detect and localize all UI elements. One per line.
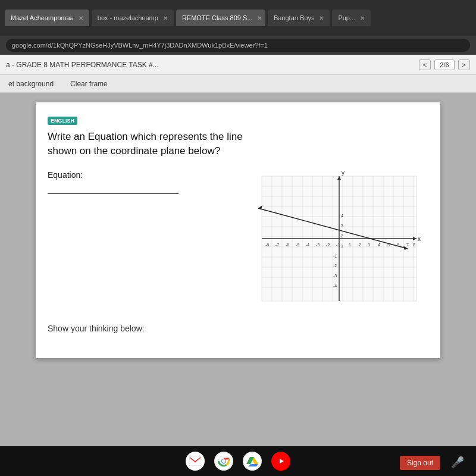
slide-tools-row: et background Clear frame bbox=[0, 75, 476, 93]
svg-text:y: y bbox=[342, 170, 345, 176]
svg-text:-4: -4 bbox=[306, 243, 309, 247]
prev-page-button[interactable]: < bbox=[419, 60, 431, 70]
tab-close-icon[interactable]: ✕ bbox=[79, 15, 83, 21]
tab-close-icon[interactable]: ✕ bbox=[360, 15, 365, 21]
content-row: Equation: bbox=[48, 170, 422, 309]
address-bar[interactable]: google.com/d/1kQhQPYzNGseHJyVBWLnv_mH4Y7… bbox=[6, 39, 470, 52]
equation-label: Equation: bbox=[48, 170, 244, 180]
tab-mazel[interactable]: Mazel Acheampomaa ✕ bbox=[5, 10, 89, 26]
microphone-icon[interactable]: 🎤 bbox=[451, 456, 464, 469]
tab-close-icon[interactable]: ✕ bbox=[163, 15, 168, 21]
tab-pup[interactable]: Pup... ✕ bbox=[332, 10, 371, 26]
svg-text:3: 3 bbox=[368, 243, 370, 247]
set-background-button[interactable]: et background bbox=[6, 79, 56, 89]
svg-text:1: 1 bbox=[341, 244, 343, 248]
tab-label: REMOTE Class 809 S... bbox=[182, 14, 253, 21]
page-indicator: 2/6 bbox=[434, 60, 454, 70]
address-bar-row: google.com/d/1kQhQPYzNGseHJyVBWLnv_mH4Y7… bbox=[0, 36, 476, 55]
main-content-area: ENGLISH Write an Equation which represen… bbox=[0, 93, 476, 446]
navigation-toolbar: a - GRADE 8 MATH PERFORMANCE TASK #... <… bbox=[0, 55, 476, 75]
svg-text:2: 2 bbox=[359, 243, 361, 247]
tab-box[interactable]: box - mazelacheamp ✕ bbox=[92, 10, 174, 26]
tab-close-icon[interactable]: ✕ bbox=[257, 15, 262, 21]
question-text: Write an Equation which represents the l… bbox=[48, 130, 268, 158]
svg-text:-7: -7 bbox=[275, 243, 279, 247]
svg-text:3: 3 bbox=[341, 224, 343, 228]
equation-input-line bbox=[48, 182, 178, 194]
tab-label: Bangtan Boys bbox=[274, 14, 315, 21]
svg-text:8: 8 bbox=[413, 243, 415, 247]
svg-text:-4: -4 bbox=[333, 284, 337, 288]
sign-out-button[interactable]: Sign out bbox=[400, 456, 440, 470]
tab-bangtan[interactable]: Bangtan Boys ✕ bbox=[268, 10, 330, 26]
svg-text:4: 4 bbox=[378, 243, 380, 247]
gmail-icon[interactable] bbox=[186, 452, 205, 471]
svg-point-62 bbox=[222, 459, 226, 463]
tab-remote[interactable]: REMOTE Class 809 S... ✕ bbox=[176, 10, 265, 26]
tab-label: Pup... bbox=[338, 14, 355, 21]
taskbar: Sign out 🎤 bbox=[0, 446, 476, 476]
svg-text:-8: -8 bbox=[265, 243, 269, 247]
svg-text:-1: -1 bbox=[333, 254, 337, 258]
tab-label: Mazel Acheampomaa bbox=[11, 14, 74, 21]
clear-frame-button[interactable]: Clear frame bbox=[68, 79, 110, 89]
next-page-button[interactable]: > bbox=[458, 60, 470, 70]
svg-text:-5: -5 bbox=[296, 243, 299, 247]
svg-text:-2: -2 bbox=[326, 243, 330, 247]
tab-label: box - mazelacheamp bbox=[98, 14, 158, 21]
svg-text:-3: -3 bbox=[316, 243, 320, 247]
thinking-section: Show your thinking below: bbox=[48, 324, 422, 333]
svg-text:2: 2 bbox=[341, 234, 343, 238]
svg-text:-3: -3 bbox=[333, 274, 337, 278]
svg-text:-1: -1 bbox=[336, 243, 340, 247]
svg-text:-2: -2 bbox=[333, 264, 337, 268]
svg-text:-6: -6 bbox=[286, 243, 289, 247]
browser-tabs: Mazel Acheampomaa ✕ box - mazelacheamp ✕… bbox=[0, 0, 476, 36]
youtube-icon[interactable] bbox=[271, 452, 290, 471]
svg-text:1: 1 bbox=[349, 243, 351, 247]
coordinate-plane: x y -8 -7 -6 -5 -4 -3 -2 -1 1 2 3 4 5 bbox=[256, 170, 422, 307]
coordinate-plane-container: x y -8 -7 -6 -5 -4 -3 -2 -1 1 2 3 4 5 bbox=[256, 170, 422, 309]
slide-card: ENGLISH Write an Equation which represen… bbox=[36, 102, 440, 358]
english-badge: ENGLISH bbox=[48, 117, 77, 125]
svg-text:x: x bbox=[418, 236, 421, 242]
svg-text:4: 4 bbox=[341, 214, 343, 218]
drive-icon[interactable] bbox=[243, 452, 262, 471]
document-title: a - GRADE 8 MATH PERFORMANCE TASK #... bbox=[6, 61, 415, 69]
tab-close-icon[interactable]: ✕ bbox=[319, 15, 324, 21]
svg-text:7: 7 bbox=[406, 243, 409, 247]
left-column: Equation: bbox=[48, 170, 244, 206]
thinking-label: Show your thinking below: bbox=[48, 324, 145, 333]
chrome-icon[interactable] bbox=[214, 452, 233, 471]
url-text: google.com/d/1kQhQPYzNGseHJyVBWLnv_mH4Y7… bbox=[12, 42, 268, 49]
